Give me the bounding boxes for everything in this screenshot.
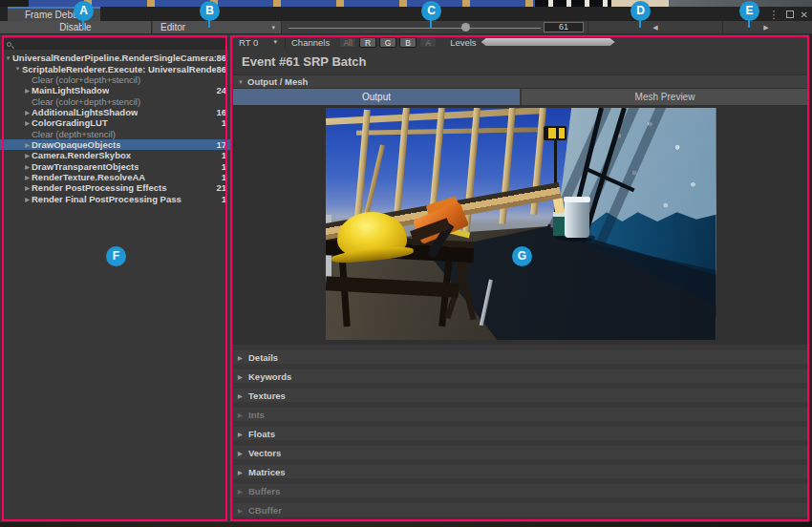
expand-closed-icon[interactable]: ▶: [23, 184, 32, 191]
expand-closed-icon[interactable]: ▶: [23, 163, 32, 170]
event-detail-panel: RT 0 ▾ Channels AllRGBA Levels Event #61…: [232, 34, 809, 522]
channel-button-b[interactable]: B: [399, 37, 417, 48]
expand-closed-icon[interactable]: ▶: [23, 119, 32, 126]
foldout-label: Output / Mesh: [247, 76, 308, 87]
levels-range-slider[interactable]: [481, 38, 615, 46]
output-mesh-foldout[interactable]: ▼ Output / Mesh: [233, 74, 808, 89]
frame-event-row[interactable]: Clear (color+depth+stencil): [0, 74, 231, 85]
frame-event-row[interactable]: ▶Render Final PostProcessing Pass1: [0, 193, 231, 203]
frame-event-row[interactable]: ▼UniversalRenderPipeline.RenderSingleCam…: [0, 53, 231, 63]
chevron-down-icon: ▾: [273, 38, 277, 46]
disable-button[interactable]: Disable: [0, 21, 152, 33]
next-event-button[interactable]: ▶: [723, 21, 809, 33]
previous-event-button[interactable]: ◀: [588, 21, 722, 33]
frame-event-row[interactable]: ▶MainLightShadow24: [0, 85, 231, 95]
background-tan-segment: [611, 0, 669, 7]
frame-event-label: Clear (color+depth+stencil): [32, 74, 140, 85]
frame-event-row[interactable]: ▶AdditionalLightsShadow16: [0, 107, 231, 117]
expand-closed-icon[interactable]: ▶: [23, 87, 32, 94]
work-light-head: [544, 126, 566, 140]
section-details[interactable]: ▶Details: [233, 350, 808, 364]
frame-event-count: 21: [216, 182, 226, 193]
collapse-closed-icon: ▶: [238, 392, 248, 399]
frame-event-count: 86: [216, 64, 226, 74]
channel-button-g[interactable]: G: [379, 37, 396, 48]
section-cbuffer[interactable]: ▶CBuffer: [233, 503, 808, 516]
section-buffers[interactable]: ▶Buffers: [233, 484, 808, 497]
background-studs: [29, 0, 535, 7]
collapse-closed-icon: ▶: [238, 469, 248, 475]
frame-event-label: Render PostProcessing Effects: [32, 182, 167, 193]
frame-event-row[interactable]: ▶Render PostProcessing Effects21: [0, 182, 231, 193]
section-vectors[interactable]: ▶Vectors: [233, 446, 808, 459]
frame-event-count: 16: [216, 107, 226, 117]
frame-event-row[interactable]: ▶ColorGradingLUT1: [0, 117, 231, 128]
tab-output[interactable]: Output: [233, 89, 520, 105]
maximize-icon[interactable]: [786, 11, 794, 18]
expand-open-icon[interactable]: ▼: [13, 66, 22, 72]
event-slider-track[interactable]: [288, 28, 541, 29]
event-slider-handle[interactable]: [461, 23, 470, 32]
frame-event-row[interactable]: Clear (color+depth+stencil): [0, 95, 231, 106]
target-dropdown-value: Editor: [160, 22, 185, 32]
tab-mesh-preview[interactable]: Mesh Preview: [522, 89, 808, 105]
event-number-field[interactable]: 61: [544, 22, 584, 32]
channel-button-a[interactable]: A: [419, 37, 437, 48]
output-preview-image: [326, 108, 716, 340]
channel-button-all[interactable]: All: [339, 37, 356, 48]
section-textures[interactable]: ▶Textures: [233, 389, 808, 402]
prev-arrow-icon: ◀: [652, 24, 657, 31]
paint-bucket: [565, 199, 588, 238]
frame-event-label: Camera.RenderSkybox: [32, 150, 131, 160]
render-target-dropdown[interactable]: RT 0 ▾: [239, 37, 277, 48]
expand-closed-icon[interactable]: ▶: [23, 152, 32, 158]
frame-event-label: ColorGradingLUT: [32, 117, 108, 128]
detail-sections: ▶Details▶Keywords▶Textures▶Ints▶Floats▶V…: [232, 345, 809, 516]
frame-event-count: 1: [222, 194, 226, 204]
frame-event-row[interactable]: ▶RenderTexture.ResolveAA1: [0, 172, 231, 182]
frame-event-row[interactable]: ▶DrawOpaqueObjects17: [0, 139, 231, 150]
frame-debugger-window: Frame Debug ⋮ ✕ Disable Editor ▾ 61 ◀ ▶ …: [0, 0, 812, 527]
levels-label: Levels: [450, 37, 476, 48]
frame-event-label: DrawTransparentObjects: [32, 161, 139, 172]
section-label: Ints: [248, 410, 265, 420]
expand-closed-icon[interactable]: ▶: [23, 109, 32, 116]
frame-event-count: 86: [216, 53, 226, 63]
paint-can: [553, 212, 565, 235]
section-label: CBuffer: [248, 505, 282, 516]
section-floats[interactable]: ▶Floats: [233, 427, 808, 440]
search-input[interactable]: [3, 38, 228, 50]
background-grey-segment: [669, 0, 812, 7]
section-label: Details: [248, 352, 278, 363]
target-dropdown[interactable]: Editor ▾: [153, 21, 282, 33]
frame-event-count: 17: [216, 139, 226, 150]
frame-event-label: MainLightShadow: [32, 85, 109, 95]
channel-button-r[interactable]: R: [359, 37, 376, 48]
expand-closed-icon[interactable]: ▶: [23, 196, 32, 202]
section-label: Textures: [248, 390, 286, 401]
frame-event-row[interactable]: Clear (depth+stencil): [0, 128, 231, 138]
collapse-closed-icon: ▶: [238, 411, 248, 418]
expand-closed-icon[interactable]: ▶: [23, 174, 32, 180]
frame-event-label: Render Final PostProcessing Pass: [32, 194, 182, 204]
paint-bucket-rim: [564, 197, 590, 202]
frame-debug-tab[interactable]: Frame Debug: [8, 7, 100, 21]
background-window-segment: [535, 0, 611, 7]
expand-closed-icon[interactable]: ▶: [23, 141, 32, 148]
toolbar-separator: [285, 36, 286, 49]
close-icon[interactable]: ✕: [801, 9, 808, 21]
kebab-menu-icon[interactable]: ⋮: [769, 9, 780, 21]
frame-event-row[interactable]: ▶Camera.RenderSkybox1: [0, 150, 231, 160]
expand-open-icon[interactable]: ▼: [4, 55, 12, 61]
section-matrices[interactable]: ▶Matrices: [233, 465, 808, 478]
channel-buttons: AllRGBA: [339, 37, 437, 48]
collapse-closed-icon: ▶: [238, 373, 248, 380]
collapse-closed-icon: ▶: [238, 354, 248, 361]
output-preview-area: [232, 105, 809, 345]
section-keywords[interactable]: ▶Keywords: [233, 369, 808, 383]
frame-event-row[interactable]: ▼ScriptableRenderer.Execute: UniversalRe…: [0, 63, 231, 74]
frame-event-row[interactable]: ▶DrawTransparentObjects1: [0, 160, 231, 171]
section-ints[interactable]: ▶Ints: [233, 408, 808, 421]
event-tree-panel: ▼UniversalRenderPipeline.RenderSingleCam…: [0, 34, 231, 522]
collapse-closed-icon: ▶: [238, 450, 248, 456]
